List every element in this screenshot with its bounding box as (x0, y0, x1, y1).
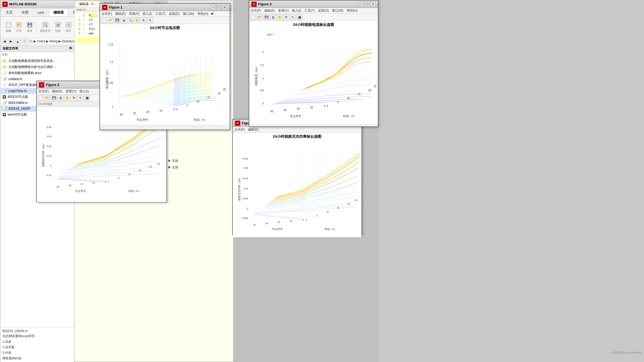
m-icon-5: 📝 (2, 89, 7, 93)
tab-app[interactable]: APP (33, 9, 49, 16)
bottom-item-1: 动态网络重构socp管理 (2, 333, 72, 339)
fig2-menu-edit[interactable]: 编辑(E) (264, 8, 275, 13)
svg-text:节点序号: 节点序号 (75, 190, 86, 193)
fig1-menu-file[interactable]: 文件(F) (102, 12, 112, 16)
fig2-close[interactable]: × (370, 2, 376, 7)
fig1-tool-rotate[interactable]: ↻ (141, 17, 147, 23)
fig2-minimize[interactable]: − (359, 2, 364, 7)
svg-marker-31 (201, 71, 206, 100)
matlab-fig4-logo: M (235, 121, 240, 126)
fig3-tool-save[interactable]: 💾 (51, 95, 57, 101)
fig3-menu-edit[interactable]: 编辑(E) (52, 89, 62, 94)
figure-1-toolbar: 📄 📂 💾 🖨 🔍 ✋ ↻ ↖ (100, 17, 230, 24)
fig1-menu-view[interactable]: 查看(V) (129, 12, 139, 16)
fig2-menu-file[interactable]: 文件(F) (251, 8, 261, 13)
fig1-tool-zoom[interactable]: 🔍 (128, 17, 133, 23)
fig2-tool-rotate[interactable]: ↻ (283, 14, 289, 20)
nav-back[interactable]: ◀ (2, 39, 7, 44)
open-icon: 📂 (16, 22, 22, 28)
figure-2-title-bar[interactable]: M Figure 2 − □ × (249, 1, 378, 8)
fig3-menu-insert[interactable]: 插入(I) (79, 89, 89, 94)
fig1-tool-save[interactable]: 💾 (114, 17, 120, 23)
fig2-tool-data[interactable]: ▦ (297, 14, 302, 20)
fig4-menu-file[interactable]: 文件(F) (234, 127, 245, 132)
tab-home[interactable]: 主页 (1, 8, 17, 16)
figure-4-plot: 24小时线路无功功率标幺值图 线路无功功率（pu） 0.025 0.02 0.0… (233, 133, 361, 237)
svg-marker-26 (174, 77, 179, 106)
m-icon-3: 📝 (2, 77, 7, 81)
nav-up[interactable]: ▲ (15, 39, 21, 44)
nav-forward[interactable]: ▶ (8, 39, 13, 44)
fig3-tool-open[interactable]: 📂 (44, 95, 50, 101)
fig2-maximize[interactable]: □ (365, 2, 370, 7)
figure-4-menu: 文件(F) 编辑(E) (233, 127, 361, 133)
fig3-tool-pan[interactable]: ✋ (64, 95, 70, 101)
fig2-menu-desktop[interactable]: 桌面(D) (318, 8, 329, 13)
fig2-tool-cursor[interactable]: ↖ (290, 14, 296, 20)
file-browser-header: 当前文件夹 ⚙ (0, 45, 74, 52)
file-item-1[interactable]: 📁 主动配电网网络分析与运行调控 ... (1, 64, 74, 70)
svg-marker-32 (206, 71, 211, 99)
file-item-0[interactable]: 📁 主动配电网最优潮流研究及其应... (1, 58, 74, 64)
fig1-menu-help[interactable]: 帮助(H) (197, 12, 208, 16)
fig2-menu-tools[interactable]: 工具(T) (305, 8, 315, 13)
fig2-menu-window[interactable]: 窗口(W) (332, 8, 343, 13)
fig3-tool-cursor[interactable]: ↖ (78, 95, 83, 101)
figure-2-title: Figure 2 (258, 2, 358, 6)
fig2-tool-open[interactable]: 📂 (257, 14, 263, 20)
compare-icon: ⚖ (55, 22, 61, 28)
compare-button[interactable]: ⚖ 比较 (53, 21, 63, 34)
svg-text:0.025: 0.025 (242, 157, 248, 160)
fig1-tool-cursor[interactable]: ↖ (147, 17, 153, 23)
fig1-menu-desktop[interactable]: 桌面(D) (169, 12, 180, 16)
fig3-tool-rotate[interactable]: ↻ (71, 95, 77, 101)
svg-text:线路有功功率（pu）: 线路有功功率（pu） (42, 142, 45, 166)
save-button[interactable]: 💾 保存 (25, 21, 35, 34)
fig2-tool-new[interactable]: 📄 (250, 14, 256, 20)
svg-text:0.015: 0.015 (242, 177, 248, 180)
fig3-menu-view[interactable]: 查看(V) (66, 89, 76, 94)
bottom-item-2: 1.设参 (2, 339, 72, 345)
goto-button[interactable]: → 转至 (64, 21, 74, 34)
nav-folder[interactable]: 📁 (22, 39, 29, 44)
fig1-menu-edit[interactable]: 编辑(E) (115, 12, 126, 16)
fig3-tool-data[interactable]: ▦ (84, 95, 90, 101)
fig3-menu-file[interactable]: 文件(F) (38, 89, 49, 94)
fig4-menu-edit[interactable]: 编辑(E) (248, 127, 258, 132)
find-button[interactable]: 🔍 查找文件 (38, 21, 52, 34)
fig1-menu-tools[interactable]: 工具(T) (155, 12, 166, 16)
fig2-tool-print[interactable]: 🖨 (270, 14, 276, 20)
fig2-tool-save[interactable]: 💾 (264, 14, 269, 20)
open-button[interactable]: 📂 打开 (14, 21, 24, 34)
fig2-menu-insert[interactable]: 插入(I) (292, 8, 301, 13)
fig3-tool-print[interactable]: 🖨 (58, 95, 64, 101)
fig1-tool-new[interactable]: 📄 (101, 17, 107, 23)
fig2-tool-pan[interactable]: ✋ (277, 14, 283, 20)
svg-text:节点序号: 节点序号 (272, 228, 283, 231)
fig1-close[interactable]: × (222, 5, 228, 10)
matlab-fig1-logo: M (102, 5, 107, 10)
tab-editor[interactable]: 编辑器 (49, 8, 68, 16)
svg-text:10: 10 (159, 109, 162, 112)
fig1-maximize[interactable]: □ (216, 5, 222, 10)
svg-text:0.5: 0.5 (260, 89, 264, 92)
fig1-menu-window[interactable]: 窗口(W) (183, 12, 194, 16)
fig1-tool-pan[interactable]: ✋ (134, 17, 140, 23)
fig3-tool-new[interactable]: 📄 (38, 95, 44, 101)
fig1-menu-more[interactable]: ▶ (211, 12, 214, 16)
fig1-minimize[interactable]: − (211, 5, 216, 10)
fig1-tool-print[interactable]: 🖨 (121, 17, 127, 23)
fig1-tool-open[interactable]: 📂 (108, 17, 114, 23)
svg-text:40: 40 (253, 223, 256, 226)
file-item-2[interactable]: 📄 多时段配电网重构.docx (1, 70, 74, 76)
fig1-menu-insert[interactable]: 插入(I) (143, 12, 152, 16)
editor-tab-main[interactable]: 编辑器 - C... (76, 1, 100, 7)
fig2-menu-view[interactable]: 查看(V) (278, 8, 289, 13)
figure-1-svg: 电压幅值（pu） 节点序号 时刻（h） 1 1.05 1.1 1.15 40 3… (100, 31, 230, 123)
fig2-menu-help[interactable]: 帮助(H) (347, 8, 357, 13)
figure-1-title-bar[interactable]: M Figure 1 − □ × (100, 4, 230, 11)
matlab-logo: M (2, 2, 8, 7)
svg-text:0: 0 (173, 108, 175, 111)
tab-plot[interactable]: 绘图 (17, 8, 33, 16)
new-button[interactable]: 📄 新建 (3, 21, 13, 34)
